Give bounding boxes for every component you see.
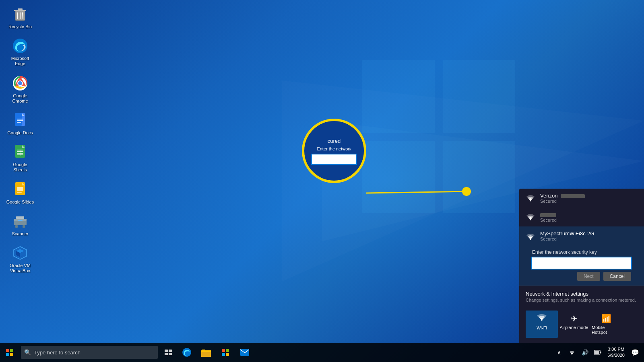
taskbar-explorer[interactable] <box>196 343 216 362</box>
security-key-buttons: Next Cancel <box>532 272 631 281</box>
wifi-info-unknown: Secured <box>540 212 638 222</box>
svg-rect-65 <box>222 349 225 352</box>
svg-point-49 <box>541 320 543 321</box>
svg-rect-38 <box>23 225 25 228</box>
network-settings-desc: Change settings, such as making a connec… <box>526 298 638 302</box>
wifi-network-spectrum[interactable]: MySpectrumWiFi8c-2G Secured Enter the ne… <box>519 226 644 286</box>
verizon-name-bar <box>561 194 585 198</box>
annotation-dot <box>462 187 471 196</box>
svg-rect-55 <box>165 350 168 352</box>
system-clock[interactable]: 3:00 PM 6/9/2020 <box>604 343 628 362</box>
quick-action-wifi[interactable]: Wi-Fi <box>526 311 558 338</box>
svg-rect-63 <box>202 350 205 351</box>
svg-rect-23 <box>17 122 21 123</box>
desktop-icon-slides[interactable]: Google Slides <box>4 179 36 206</box>
svg-point-70 <box>572 354 572 355</box>
taskbar-search[interactable]: 🔍 Type here to search <box>21 346 158 359</box>
wifi-quick-icon <box>537 314 547 324</box>
system-tray: ∧ 🔊 3:00 PM 6/9/2020 💬 <box>551 343 644 362</box>
svg-rect-4 <box>443 141 515 213</box>
taskbar-store[interactable] <box>216 343 235 362</box>
spectrum-network-row: MySpectrumWiFi8c-2G Secured <box>526 230 638 241</box>
svg-rect-56 <box>169 350 172 352</box>
svg-rect-3 <box>362 141 435 213</box>
security-key-area: Enter the network security key Next Canc… <box>526 246 638 286</box>
edge-label: Microsoft Edge <box>6 56 35 66</box>
svg-rect-40 <box>18 220 23 221</box>
svg-rect-66 <box>226 349 229 352</box>
docs-icon <box>12 112 29 129</box>
svg-rect-54 <box>10 353 13 356</box>
magnify-circle: cured Enter the network <box>302 119 366 183</box>
taskbar-mail[interactable] <box>235 343 254 362</box>
tray-volume[interactable]: 🔊 <box>578 343 591 362</box>
hotspot-quick-icon: 📶 <box>601 314 611 323</box>
svg-point-17 <box>18 81 22 85</box>
quick-action-hotspot[interactable]: 📶 Mobile Hotspot <box>590 311 622 338</box>
desktop-icon-recycle-bin[interactable]: Recycle Bin <box>4 4 36 31</box>
edge-icon <box>12 37 29 54</box>
svg-rect-53 <box>6 353 9 356</box>
desktop-icon-chrome[interactable]: Google Chrome <box>4 73 36 105</box>
svg-rect-9 <box>18 8 23 10</box>
sheets-label: Google Sheets <box>6 162 35 173</box>
svg-rect-64 <box>201 352 211 353</box>
sheets-icon <box>12 144 29 160</box>
notification-button[interactable]: 💬 <box>628 343 642 362</box>
svg-rect-39 <box>16 216 24 219</box>
svg-rect-52 <box>10 349 13 352</box>
chrome-label: Google Chrome <box>6 93 35 104</box>
desktop-icon-scanner[interactable]: Scanner <box>4 211 36 238</box>
search-icon: 🔍 <box>24 349 31 356</box>
security-key-label: Enter the network security key <box>532 249 631 255</box>
wifi-info-verizon: Verizon Secured <box>540 193 638 204</box>
desktop-icon-virtualbox[interactable]: Oracle VM VirtualBox <box>4 243 36 275</box>
security-key-input[interactable] <box>532 257 631 269</box>
desktop-icons-container: Recycle Bin Microsoft Edge <box>0 0 40 284</box>
tray-battery[interactable] <box>591 343 604 362</box>
svg-point-47 <box>530 219 531 220</box>
svg-rect-73 <box>594 351 599 354</box>
svg-rect-67 <box>222 353 225 356</box>
wifi-signal-icon-spectrum <box>526 232 535 241</box>
recycle-bin-label: Recycle Bin <box>8 24 32 29</box>
svg-rect-57 <box>165 353 168 355</box>
magnify-input[interactable] <box>312 154 356 164</box>
desktop: Recycle Bin Microsoft Edge <box>0 0 644 362</box>
network-settings-title[interactable]: Network & Internet settings <box>526 291 638 297</box>
svg-rect-37 <box>15 225 18 228</box>
wifi-network-verizon[interactable]: Verizon Secured <box>519 189 644 208</box>
quick-action-airplane[interactable]: ✈ Airplane mode <box>558 311 590 338</box>
chrome-icon <box>12 75 29 92</box>
svg-rect-69 <box>240 349 249 356</box>
svg-rect-33 <box>17 187 23 191</box>
task-view-button[interactable] <box>159 343 177 362</box>
taskbar: 🔍 Type here to search <box>0 343 644 362</box>
wifi-info-spectrum: MySpectrumWiFi8c-2G Secured <box>540 230 638 241</box>
cancel-button[interactable]: Cancel <box>603 272 631 281</box>
unknown-name-bar <box>540 213 556 217</box>
desktop-icon-edge[interactable]: Microsoft Edge <box>4 36 36 68</box>
desktop-icon-docs[interactable]: Google Docs <box>4 110 36 137</box>
svg-rect-51 <box>6 349 9 352</box>
svg-rect-34 <box>17 192 22 193</box>
recycle-bin-icon <box>12 6 29 23</box>
next-button[interactable]: Next <box>577 272 600 281</box>
magnify-secured-text: cured <box>312 138 356 144</box>
desktop-icon-sheets[interactable]: Google Sheets <box>4 142 36 174</box>
airplane-quick-icon: ✈ <box>571 314 578 323</box>
virtualbox-label: Oracle VM VirtualBox <box>6 263 35 274</box>
wifi-signal-icon-unknown <box>526 212 535 221</box>
svg-rect-72 <box>601 352 602 353</box>
wifi-signal-icon-verizon <box>526 193 535 202</box>
wifi-panel: Verizon Secured Secured <box>519 189 644 343</box>
svg-point-46 <box>530 200 531 202</box>
start-button[interactable] <box>0 343 19 362</box>
tray-chevron[interactable]: ∧ <box>553 343 566 362</box>
svg-rect-2 <box>443 60 515 133</box>
tray-network[interactable] <box>566 343 578 362</box>
taskbar-edge[interactable] <box>177 343 196 362</box>
svg-line-10 <box>17 12 18 19</box>
slides-label: Google Slides <box>6 200 34 205</box>
wifi-network-unknown[interactable]: Secured <box>519 208 644 226</box>
